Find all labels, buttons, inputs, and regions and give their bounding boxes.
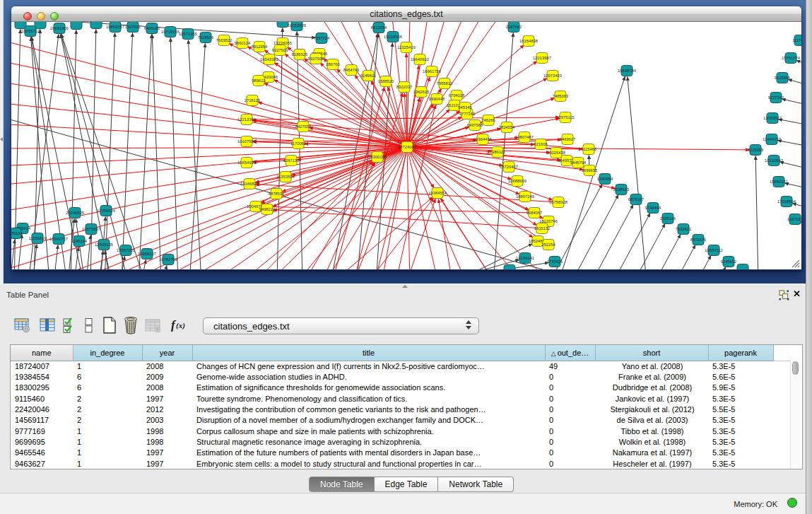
- table-cell[interactable]: 0: [545, 404, 595, 414]
- graph-node[interactable]: 10853257: [106, 22, 124, 33]
- table-cell[interactable]: Tourette syndrome. Phenomenology and cla…: [192, 393, 545, 404]
- table-cell[interactable]: 2003: [142, 415, 192, 426]
- graph-node[interactable]: 20691406: [50, 23, 69, 34]
- table-cell[interactable]: 5.3E-5: [708, 448, 773, 458]
- table-cell[interactable]: 18724007: [11, 361, 73, 371]
- table-cell[interactable]: 5.3E-5: [708, 458, 773, 469]
- graph-node[interactable]: 1733426: [547, 257, 563, 267]
- graph-node[interactable]: 1117459: [792, 35, 801, 46]
- table-cell[interactable]: Changes of HCN gene expression and I(f) …: [192, 361, 545, 371]
- table-cell[interactable]: 0: [545, 426, 595, 436]
- table-cell[interactable]: 2012: [142, 404, 192, 414]
- graph-node[interactable]: 1640954: [597, 174, 613, 185]
- graph-node[interactable]: 11156819: [29, 233, 47, 244]
- table-row[interactable]: 969969511998Structural magnetic resonanc…: [11, 436, 791, 447]
- graph-node-selected[interactable]: 989612: [252, 76, 265, 86]
- graph-node-selected[interactable]: 9327503: [272, 45, 288, 56]
- table-cell[interactable]: 9115460: [11, 393, 73, 404]
- delete-table-icon[interactable]: [143, 315, 162, 335]
- graph-node-selected[interactable]: 12213369: [237, 115, 256, 125]
- graph-node-selected[interactable]: 8186325: [292, 49, 308, 60]
- table-cell[interactable]: 18300295: [11, 382, 73, 393]
- table-cell[interactable]: de Silva et al. (2003): [595, 415, 708, 426]
- graph-node[interactable]: 1527602: [125, 22, 141, 33]
- column-header-year[interactable]: year: [142, 345, 192, 361]
- table-cell[interactable]: 9699695: [11, 436, 73, 447]
- graph-node-selected[interactable]: 9990448: [429, 94, 445, 105]
- graph-node[interactable]: 8813054: [371, 23, 387, 33]
- table-cell[interactable]: 5.3E-5: [708, 436, 773, 447]
- table-mode-icon[interactable]: [13, 315, 31, 335]
- select-all-columns-icon[interactable]: [62, 315, 78, 335]
- graph-node[interactable]: [504, 265, 515, 270]
- table-cell[interactable]: Wolkin et al. (1998): [595, 436, 708, 447]
- graph-node[interactable]: 15692971: [770, 177, 788, 187]
- graph-node[interactable]: 8215955: [748, 145, 764, 156]
- graph-node-selected[interactable]: 10756928: [549, 197, 567, 208]
- column-header-name[interactable]: name: [11, 345, 73, 361]
- column-header-pagerank[interactable]: pagerank: [708, 345, 773, 361]
- table-cell[interactable]: Genome-wide association studies in ADHD.: [192, 371, 545, 382]
- graph-node[interactable]: 20206535: [66, 208, 84, 218]
- table-cell[interactable]: 0: [545, 436, 595, 447]
- graph-node-selected[interactable]: 1362615: [413, 87, 430, 98]
- graph-node[interactable]: [277, 22, 288, 28]
- graph-node-selected[interactable]: 16640910: [411, 54, 429, 65]
- table-cell[interactable]: 1997: [142, 393, 192, 404]
- graph-node[interactable]: 10210643: [765, 156, 783, 166]
- graph-node[interactable]: 15751074: [782, 53, 801, 64]
- graph-node-selected[interactable]: 6794028: [449, 90, 465, 101]
- graph-node-selected[interactable]: 9498222: [259, 204, 276, 215]
- graph-node[interactable]: 10654112: [705, 245, 722, 256]
- table-cell[interactable]: 0: [545, 415, 595, 426]
- table-cell[interactable]: Structural magnetic resonance image aver…: [192, 436, 545, 447]
- graph-node[interactable]: [90, 22, 102, 29]
- new-column-icon[interactable]: [100, 315, 119, 335]
- table-cell[interactable]: Yano et al. (2008): [595, 361, 708, 371]
- column-header-out-degree[interactable]: △out_de…: [545, 345, 595, 361]
- table-row[interactable]: 977716911998Corpus callosum shape and si…: [11, 426, 791, 436]
- graph-node-selected[interactable]: 9327508: [308, 54, 324, 64]
- graph-node[interactable]: 9245652: [721, 257, 737, 267]
- column-header-title[interactable]: title: [192, 345, 545, 361]
- graph-node-selected[interactable]: 12975115: [556, 112, 574, 123]
- graph-node[interactable]: 7357224: [314, 33, 330, 44]
- table-cell[interactable]: 1998: [142, 426, 192, 436]
- graph-node[interactable]: 1145194: [71, 236, 88, 247]
- graph-node-selected[interactable]: 1170062: [290, 139, 306, 149]
- table-cell[interactable]: Embryonic stem cells: a model to study s…: [192, 458, 545, 469]
- table-cell[interactable]: 5.3E-5: [708, 415, 773, 426]
- table-vertical-scrollbar[interactable]: [790, 361, 800, 469]
- graph-node[interactable]: 12505135: [95, 240, 113, 250]
- table-cell[interactable]: 6: [73, 382, 142, 393]
- graph-node[interactable]: 10053809: [288, 22, 306, 31]
- table-cell[interactable]: Estimation of significance thresholds fo…: [192, 382, 545, 393]
- graph-node[interactable]: 9227342: [768, 93, 784, 103]
- column-header-short[interactable]: short: [595, 345, 708, 361]
- graph-node[interactable]: 10671355: [179, 29, 197, 40]
- graph-node[interactable]: 9129966: [775, 73, 791, 83]
- graph-node-selected[interactable]: 7986322: [490, 147, 506, 158]
- table-row[interactable]: 911546021997Tourette syndrome. Phenomeno…: [11, 393, 791, 404]
- table-cell[interactable]: 0: [545, 371, 595, 382]
- graph-node-selected[interactable]: 19384554: [428, 188, 447, 199]
- graph-node[interactable]: 2087682: [506, 22, 522, 33]
- graph-node-selected[interactable]: 10654925: [237, 158, 256, 168]
- graph-node[interactable]: 10719155: [161, 27, 180, 37]
- right-edge-scrollbar[interactable]: [806, 0, 812, 514]
- table-cell[interactable]: 14569117: [11, 415, 73, 426]
- graph-node-selected[interactable]: 12213967: [533, 53, 551, 64]
- table-cell[interactable]: 9777169: [11, 426, 73, 436]
- graph-node[interactable]: 17359924: [97, 206, 116, 216]
- graph-node-selected[interactable]: 9115460: [581, 144, 596, 155]
- table-cell[interactable]: Tibbo et al. (1998): [595, 426, 708, 436]
- graph-node[interactable]: 6466160: [144, 23, 160, 34]
- table-row[interactable]: 1872400712008Changes of HCN gene express…: [11, 361, 791, 371]
- graph-node-selected[interactable]: 945345: [458, 103, 471, 113]
- table-cell[interactable]: 22420046: [11, 404, 73, 414]
- graph-node-selected[interactable]: 9463627: [560, 134, 576, 145]
- graph-node-selected[interactable]: 252254: [541, 240, 555, 250]
- function-builder-icon[interactable]: f (x): [170, 315, 191, 335]
- tab-node-table[interactable]: Node Table: [309, 477, 375, 492]
- graph-node[interactable]: 10975867: [82, 224, 100, 235]
